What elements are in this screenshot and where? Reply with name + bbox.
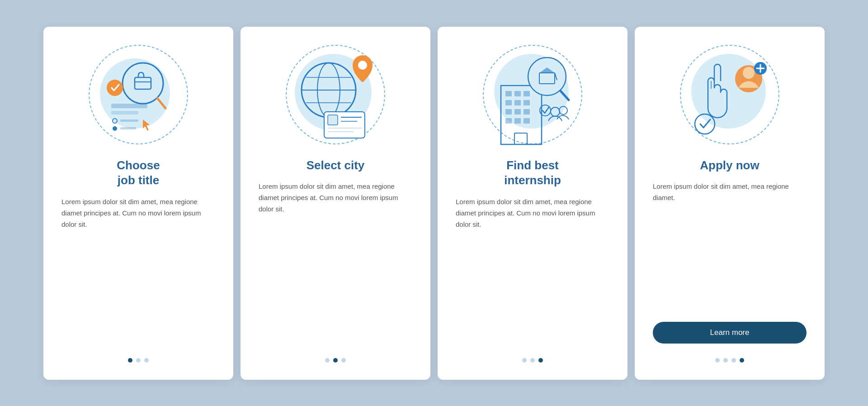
- svg-rect-19: [328, 115, 338, 125]
- dot: [522, 358, 527, 363]
- svg-rect-34: [505, 118, 512, 124]
- svg-line-39: [561, 91, 569, 100]
- card4-body: Lorem ipsum dolor sit dim amet, mea regi…: [653, 181, 807, 314]
- dot: [325, 358, 330, 363]
- svg-rect-29: [514, 100, 521, 105]
- svg-point-52: [695, 114, 715, 134]
- card3-body: Lorem ipsum dolor sit dim amet, mea regi…: [456, 196, 609, 347]
- card-apply-now: Apply now Lorem ipsum dolor sit dim amet…: [635, 27, 825, 380]
- card-select-city: Select city Lorem ipsum dolor sit dim am…: [241, 27, 430, 380]
- card-find-internship: Find bestinternship Lorem ipsum dolor si…: [438, 27, 627, 380]
- svg-rect-26: [514, 91, 521, 96]
- card1-dots: [128, 358, 149, 363]
- svg-rect-33: [524, 109, 530, 115]
- dot: [731, 358, 736, 363]
- svg-rect-25: [505, 91, 512, 96]
- card1-illustration: [84, 40, 193, 149]
- card-choose-job-title: Choosejob title Lorem ipsum dolor sit di…: [43, 27, 233, 380]
- svg-rect-5: [111, 104, 147, 108]
- dot: [715, 358, 720, 363]
- svg-rect-32: [514, 109, 521, 115]
- svg-rect-11: [120, 127, 136, 129]
- svg-rect-35: [514, 118, 521, 124]
- card1-body: Lorem ipsum dolor sit dim amet, mea regi…: [61, 196, 215, 347]
- dot: [333, 358, 338, 363]
- card3-dots: [522, 358, 543, 363]
- svg-rect-30: [524, 100, 530, 105]
- svg-rect-10: [120, 119, 138, 122]
- svg-rect-31: [505, 109, 512, 115]
- card3-title: Find bestinternship: [504, 158, 561, 189]
- svg-point-17: [358, 61, 367, 70]
- dot: [530, 358, 535, 363]
- cards-container: Choosejob title Lorem ipsum dolor sit di…: [43, 27, 825, 380]
- dot: [538, 358, 543, 363]
- card4-title: Apply now: [700, 158, 759, 173]
- svg-point-38: [528, 57, 566, 96]
- card3-illustration: [478, 40, 587, 149]
- svg-rect-27: [524, 91, 530, 96]
- svg-rect-37: [514, 133, 527, 144]
- dot: [740, 358, 744, 363]
- dot: [128, 358, 132, 363]
- dot: [341, 358, 346, 363]
- dot: [144, 358, 149, 363]
- svg-marker-9: [143, 119, 150, 131]
- card2-illustration: [281, 40, 390, 149]
- card2-title: Select city: [307, 158, 365, 173]
- card4-dots: [715, 358, 744, 363]
- svg-rect-36: [524, 118, 530, 124]
- card2-dots: [325, 358, 346, 363]
- svg-point-44: [559, 106, 567, 115]
- dot: [723, 358, 728, 363]
- svg-rect-28: [505, 100, 512, 105]
- learn-more-button[interactable]: Learn more: [653, 322, 807, 344]
- card4-illustration: [675, 40, 784, 149]
- svg-point-8: [113, 126, 117, 131]
- card1-title: Choosejob title: [117, 158, 160, 189]
- svg-rect-6: [111, 111, 138, 115]
- svg-line-3: [157, 98, 165, 108]
- svg-point-7: [113, 119, 117, 123]
- svg-point-47: [743, 67, 755, 79]
- card2-body: Lorem ipsum dolor sit dim amet, mea regi…: [259, 181, 412, 347]
- svg-point-4: [107, 80, 123, 96]
- svg-point-43: [551, 107, 560, 116]
- dot: [136, 358, 141, 363]
